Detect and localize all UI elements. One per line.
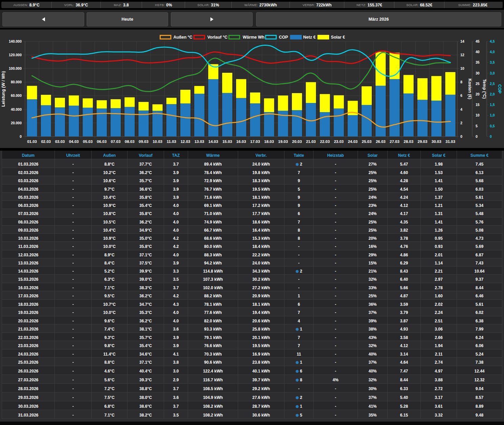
svg-text:10: 10 (460, 66, 464, 70)
svg-text:2,5: 2,5 (490, 82, 495, 86)
svg-text:Solar €: Solar € (331, 35, 345, 40)
svg-text:4,0: 4,0 (490, 50, 495, 54)
svg-text:31.03: 31.03 (445, 140, 455, 144)
svg-text:Netz €: Netz € (303, 35, 316, 40)
svg-text:26.03: 26.03 (376, 140, 386, 144)
svg-text:23.03: 23.03 (334, 140, 344, 144)
svg-text:1,0: 1,0 (490, 113, 495, 117)
svg-text:18.03: 18.03 (264, 140, 274, 144)
svg-text:3,5: 3,5 (490, 60, 495, 64)
svg-text:14.03: 14.03 (208, 140, 218, 144)
svg-text:100.000: 100.000 (9, 66, 22, 70)
svg-text:8: 8 (460, 80, 462, 84)
svg-text:Kosten (€): Kosten (€) (467, 79, 472, 99)
svg-text:4,5: 4,5 (490, 39, 495, 43)
svg-text:15.03: 15.03 (222, 140, 232, 144)
svg-text:10.03: 10.03 (153, 140, 162, 144)
svg-text:0: 0 (490, 134, 492, 139)
svg-text:07.03: 07.03 (111, 140, 121, 144)
svg-text:04.03: 04.03 (69, 140, 79, 144)
svg-text:30: 30 (476, 71, 480, 75)
svg-text:5: 5 (476, 124, 478, 128)
svg-text:15: 15 (476, 103, 480, 107)
svg-text:Außen °C: Außen °C (174, 35, 192, 40)
svg-text:28.03: 28.03 (404, 140, 413, 144)
svg-text:30.03: 30.03 (432, 140, 441, 144)
svg-text:0: 0 (20, 134, 22, 139)
svg-text:0,5: 0,5 (490, 124, 495, 128)
svg-text:60.000: 60.000 (11, 93, 22, 98)
svg-text:6: 6 (460, 93, 462, 98)
svg-text:13.03: 13.03 (194, 140, 204, 144)
svg-text:19.03: 19.03 (278, 140, 288, 144)
svg-text:COP: COP (279, 35, 288, 40)
svg-text:16.03: 16.03 (236, 140, 246, 144)
svg-text:2,0: 2,0 (490, 92, 495, 96)
svg-text:10: 10 (476, 113, 480, 117)
svg-text:45: 45 (476, 39, 480, 43)
svg-text:14: 14 (460, 39, 464, 43)
svg-text:25: 25 (476, 82, 480, 86)
svg-text:0: 0 (460, 134, 462, 139)
svg-text:27.03: 27.03 (390, 140, 399, 144)
svg-text:12: 12 (460, 53, 464, 57)
svg-text:29.03: 29.03 (418, 140, 428, 144)
svg-text:40: 40 (476, 50, 480, 54)
svg-text:03.03: 03.03 (55, 140, 65, 144)
svg-text:12.03: 12.03 (181, 140, 190, 144)
svg-text:21.03: 21.03 (306, 140, 316, 144)
svg-text:140.000: 140.000 (9, 39, 22, 43)
svg-text:02.03: 02.03 (41, 140, 51, 144)
svg-text:2: 2 (460, 121, 462, 125)
svg-text:80.000: 80.000 (11, 80, 22, 84)
svg-text:120.000: 120.000 (9, 53, 22, 57)
svg-text:24.03: 24.03 (348, 140, 358, 144)
svg-text:17.03: 17.03 (250, 140, 260, 144)
svg-text:22.03: 22.03 (320, 140, 330, 144)
svg-text:0: 0 (476, 134, 478, 139)
svg-text:1,5: 1,5 (490, 103, 495, 107)
svg-text:20.03: 20.03 (292, 140, 302, 144)
svg-text:3,0: 3,0 (490, 71, 495, 75)
svg-text:20: 20 (476, 92, 480, 96)
svg-text:11.03: 11.03 (167, 140, 176, 144)
svg-text:Wärme Wh: Wärme Wh (243, 35, 265, 40)
svg-text:4: 4 (460, 107, 462, 111)
svg-text:25.03: 25.03 (362, 140, 372, 144)
svg-text:Vorlauf °C: Vorlauf °C (207, 35, 228, 40)
svg-text:01.03: 01.03 (27, 140, 37, 144)
svg-text:40.000: 40.000 (11, 107, 22, 111)
svg-text:35: 35 (476, 60, 480, 64)
svg-text:09.03: 09.03 (139, 140, 148, 144)
svg-text:08.03: 08.03 (125, 140, 135, 144)
svg-text:Temp (°C): Temp (°C) (482, 79, 487, 99)
svg-text:05.03: 05.03 (83, 140, 93, 144)
svg-text:Leistung (W / Wh): Leistung (W / Wh) (1, 71, 6, 107)
svg-text:20.000: 20.000 (11, 121, 22, 125)
svg-text:06.03: 06.03 (97, 140, 107, 144)
svg-text:COP: COP (497, 84, 502, 93)
